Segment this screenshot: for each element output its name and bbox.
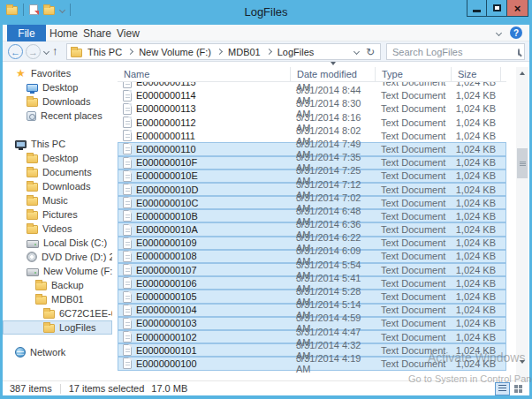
globe-icon — [15, 347, 26, 358]
up-button[interactable]: ↑ — [52, 44, 58, 57]
address-right-controls: ↻ — [354, 46, 376, 58]
size-cell: 1,024 KB — [452, 131, 501, 141]
sidebar-item-local-disk-c-[interactable]: Local Disk (C:) — [3, 236, 112, 250]
size-cell: 1,024 KB — [452, 332, 501, 343]
file-name: E0000000109 — [136, 237, 197, 248]
tab-home[interactable]: Home — [49, 25, 78, 41]
sidebar-item-favorites[interactable]: Favorites — [3, 66, 112, 80]
address-dropdown-chevron-icon[interactable] — [353, 49, 360, 55]
file-name: E000000010B — [136, 211, 198, 222]
file-name: E0000000107 — [136, 265, 197, 275]
tab-file[interactable]: File — [7, 25, 46, 41]
text-document-icon — [123, 331, 132, 343]
breadcrumb-chevron-icon[interactable] — [217, 49, 223, 55]
maximize-icon — [493, 4, 501, 11]
file-name-cell: E000000010A — [118, 224, 291, 236]
sidebar-item-downloads[interactable]: Downloads — [3, 179, 112, 193]
breadcrumb-segment[interactable]: LogFiles — [277, 47, 315, 57]
maximize-button[interactable] — [487, 0, 507, 17]
minimize-button[interactable] — [467, 0, 487, 17]
sidebar-item-logfiles[interactable]: LogFiles — [3, 320, 112, 335]
close-button[interactable]: × — [507, 0, 528, 17]
column-header-type[interactable]: Type — [376, 67, 452, 81]
type-cell: Text Document — [376, 251, 452, 261]
forward-button[interactable]: → — [26, 44, 41, 59]
disk-icon — [27, 268, 39, 276]
size-cell: 1,024 KB — [452, 117, 501, 128]
type-cell: Text Document — [376, 170, 452, 181]
text-document-icon — [123, 90, 132, 102]
text-document-icon — [123, 237, 132, 249]
sidebar-item-recent-places[interactable]: Recent places — [3, 109, 112, 123]
column-header-name[interactable]: Name — [118, 67, 291, 81]
sidebar-item-label: LogFiles — [59, 322, 96, 333]
type-cell: Text Document — [376, 144, 452, 154]
sidebar-item-this-pc[interactable]: This PC — [3, 137, 112, 151]
sidebar-item-dvd-drive-d-2013s[interactable]: DVD Drive (D:) 2013S — [3, 250, 112, 264]
text-document-icon — [123, 358, 132, 369]
file-name: E0000000100 — [136, 358, 197, 369]
file-name-cell: E0000000106 — [118, 277, 291, 289]
sidebar-item-label: Pictures — [42, 209, 78, 220]
expand-ribbon-chevron-icon[interactable] — [496, 29, 502, 35]
size-cell: 1,024 KB — [452, 184, 501, 195]
size-cell: 1,024 KB — [452, 345, 501, 356]
sidebar-item-label: This PC — [31, 139, 65, 149]
refresh-icon[interactable]: ↻ — [366, 46, 375, 58]
sidebar-item-label: Desktop — [42, 153, 78, 163]
size-cell: 1,024 KB — [452, 211, 501, 222]
text-document-icon — [123, 264, 132, 275]
sidebar-item-desktop[interactable]: Desktop — [3, 151, 112, 165]
sidebar-item-6c72c1ee-6995-[interactable]: 6C72C1EE-6995- — [3, 306, 112, 320]
sidebar-item-label: Music — [42, 195, 68, 206]
sidebar-item-desktop[interactable]: Desktop — [3, 80, 112, 94]
breadcrumb-chevron-icon[interactable] — [266, 49, 272, 55]
scroll-up-button[interactable] — [516, 67, 528, 79]
type-cell: Text Document — [376, 237, 452, 248]
breadcrumb-segment[interactable]: MDB01 — [228, 47, 261, 57]
sidebar-item-music[interactable]: Music — [3, 193, 112, 207]
tab-view[interactable]: View — [117, 25, 140, 41]
close-icon: × — [514, 3, 521, 14]
breadcrumb-segment[interactable]: This PC — [87, 47, 122, 57]
column-header-size[interactable]: Size — [452, 67, 501, 81]
text-document-icon — [123, 103, 132, 115]
vertical-scrollbar[interactable] — [516, 67, 528, 380]
sidebar-item-network[interactable]: Network — [3, 345, 112, 359]
file-name-cell: E0000000102 — [118, 331, 291, 343]
file-row[interactable]: E00000001003/31/2014 4:19 AMText Documen… — [118, 357, 506, 370]
column-header-date-modified[interactable]: Date modified — [291, 67, 376, 81]
size-cell: 1,024 KB — [452, 90, 501, 101]
back-button[interactable]: ← — [8, 44, 23, 59]
file-pane: NameDate modifiedTypeSize E00000001153/3… — [112, 62, 529, 380]
search-icon[interactable] — [518, 49, 520, 56]
address-box[interactable]: This PCNew Volume (F:)MDB01LogFiles ↻ — [66, 43, 381, 60]
type-cell: Text Document — [376, 131, 452, 141]
scroll-down-button[interactable] — [516, 356, 528, 368]
thumbnails-view-button[interactable] — [511, 382, 526, 395]
scrollbar-thumb[interactable] — [517, 148, 528, 178]
sidebar-item-mdb01[interactable]: MDB01 — [3, 292, 112, 306]
sidebar-item-pictures[interactable]: Pictures — [3, 207, 112, 222]
breadcrumb-chevron-icon[interactable] — [127, 49, 133, 55]
size-cell: 1,024 KB — [452, 82, 501, 87]
text-document-icon — [123, 291, 132, 303]
file-name-cell: E0000000104 — [118, 305, 291, 316]
sidebar-item-documents[interactable]: Documents — [3, 165, 112, 179]
breadcrumb-segment[interactable]: New Volume (F:) — [139, 47, 211, 57]
sidebar-item-videos[interactable]: Videos — [3, 222, 112, 236]
tab-share[interactable]: Share — [83, 25, 111, 41]
recent-locations-chevron-icon[interactable] — [43, 49, 49, 55]
text-document-icon — [123, 82, 132, 88]
folder-icon — [35, 282, 47, 290]
breadcrumb: This PCNew Volume (F:)MDB01LogFiles — [87, 47, 354, 57]
sidebar-item-label: Recent places — [41, 110, 103, 121]
sidebar-item-downloads[interactable]: Downloads — [3, 94, 112, 109]
sidebar-item-label: New Volume (F:) — [43, 266, 112, 276]
search-input[interactable] — [392, 47, 518, 57]
sidebar-item-new-volume-f-[interactable]: New Volume (F:) — [3, 264, 112, 278]
sidebar-item-backup[interactable]: Backup — [3, 278, 112, 292]
help-button[interactable]: ? — [510, 26, 522, 39]
details-view-button[interactable] — [495, 382, 510, 395]
folder-icon — [27, 211, 38, 220]
